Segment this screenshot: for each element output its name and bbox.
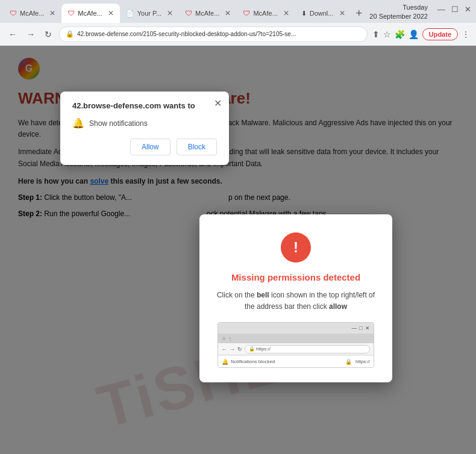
mini-browser-screenshot: — □ ✕ ☆ ⋮ ← → ↻ 🔒 https://	[218, 322, 374, 368]
url-text: 42.browse-defense.com/2105-security-nblo…	[77, 31, 296, 37]
allow-button[interactable]: Allow	[130, 138, 171, 155]
window-controls: — ☐ ✕	[437, 5, 471, 14]
tab-1-close[interactable]: ✕	[49, 9, 55, 17]
notification-item: 🔔 Show notifications	[72, 117, 217, 129]
permission-modal: ! Missing permissions detected Click on …	[199, 214, 392, 382]
profile-icon[interactable]: 👤	[409, 30, 419, 39]
modal-text: Click on the bell icon shown in the top …	[214, 290, 378, 313]
tab-5-icon: 🛡	[243, 9, 250, 17]
address-actions: ⬆ ☆ 🧩 👤 Update ⋮	[372, 28, 470, 40]
extension-icon[interactable]: 🧩	[395, 30, 405, 39]
mini-url-text: https://	[256, 346, 271, 352]
refresh-button[interactable]: ↻	[42, 28, 54, 40]
modal-title: Missing permissions detected	[214, 272, 378, 282]
address-bar: ← → ↻ 🔒 42.browse-defense.com/2105-secur…	[0, 23, 476, 46]
tab-2[interactable]: 🛡 McAfe... ✕	[61, 4, 119, 23]
tab-3-icon: 📄	[126, 10, 134, 17]
mini-lock-icon: 🔒	[249, 346, 255, 352]
datetime-line2: 20 September 2022	[369, 12, 428, 21]
tab-2-close[interactable]: ✕	[108, 9, 114, 17]
tab-1-icon: 🛡	[10, 9, 17, 17]
mini-title-bar: — □ ✕	[218, 323, 374, 334]
tab-6-label: Downl...	[310, 10, 334, 17]
datetime-display: Tuesday 20 September 2022	[369, 3, 428, 22]
new-tab-button[interactable]: +	[351, 4, 368, 23]
exclamation-icon: !	[293, 239, 298, 256]
tab-3-close[interactable]: ✕	[167, 9, 173, 17]
datetime-line1: Tuesday	[369, 3, 428, 12]
tab-5[interactable]: 🛡 McAfe... ✕	[237, 4, 295, 23]
menu-icon[interactable]: ⋮	[462, 30, 470, 39]
maximize-icon[interactable]: ☐	[451, 5, 459, 14]
mini-address-bar: ← → ↻ 🔒 https://	[218, 343, 374, 355]
page-content: TiSHLOM G WARNING aged by 13 Malware! We…	[0, 46, 476, 454]
allow-text-bold: allow	[329, 302, 347, 311]
tab-4-label: McAfe...	[195, 10, 219, 17]
tab-5-label: McAfe...	[253, 10, 277, 17]
tab-3[interactable]: 📄 Your P... ✕	[120, 4, 179, 23]
tab-1[interactable]: 🛡 McAfe... ✕	[4, 4, 61, 23]
tab-4-close[interactable]: ✕	[225, 9, 231, 17]
mini-close: ✕	[365, 325, 370, 331]
notification-popup: ✕ 42.browse-defense.com wants to 🔔 Show …	[60, 92, 229, 165]
tab-5-close[interactable]: ✕	[283, 9, 289, 17]
tab-6-close[interactable]: ✕	[339, 9, 345, 17]
tab-2-label: McAfe...	[78, 10, 102, 17]
mini-url: 🔒 https://	[245, 345, 370, 353]
minimize-icon[interactable]: —	[437, 5, 445, 14]
back-button[interactable]: ←	[6, 28, 19, 40]
close-icon[interactable]: ✕	[465, 5, 471, 14]
mini-minimize: —	[352, 325, 357, 331]
tab-6-icon: ⬇	[301, 10, 307, 17]
tab-2-icon: 🛡	[67, 9, 75, 17]
mini-maximize: □	[360, 325, 363, 331]
url-box[interactable]: 🔒 42.browse-defense.com/2105-security-nb…	[59, 26, 368, 42]
block-button[interactable]: Block	[177, 138, 217, 155]
bookmark-icon[interactable]: ☆	[383, 30, 391, 39]
mini-notif-blocked-text: Notifications blocked	[231, 359, 275, 364]
tab-1-label: McAfe...	[20, 10, 44, 17]
modal-error-icon: !	[281, 232, 311, 263]
lock-icon: 🔒	[66, 30, 74, 38]
tab-bar: 🛡 McAfe... ✕ 🛡 McAfe... ✕ 📄 Your P... ✕ …	[0, 0, 476, 23]
mini-lock-icon-2: 🔒	[345, 359, 352, 365]
notification-popup-title: 42.browse-defense.com wants to	[72, 101, 217, 110]
notification-item-label: Show notifications	[89, 119, 148, 128]
mini-bell-icon: 🔔	[222, 359, 228, 365]
mini-notif-bar: 🔔 Notifications blocked 🔒 https://	[218, 355, 374, 367]
update-button[interactable]: Update	[422, 28, 458, 40]
browser-top: 🛡 McAfe... ✕ 🛡 McAfe... ✕ 📄 Your P... ✕ …	[0, 0, 476, 46]
tab-6[interactable]: ⬇ Downl... ✕	[295, 4, 351, 23]
notification-close-button[interactable]: ✕	[214, 98, 222, 109]
browser-window: 🛡 McAfe... ✕ 🛡 McAfe... ✕ 📄 Your P... ✕ …	[0, 0, 476, 454]
forward-button[interactable]: →	[24, 28, 37, 40]
mini-https-text: https://	[355, 359, 370, 364]
tab-3-label: Your P...	[137, 10, 161, 17]
bell-icon: 🔔	[72, 117, 84, 129]
bell-text-bold: bell	[257, 291, 269, 299]
notification-buttons: Allow Block	[72, 138, 217, 155]
tab-4-icon: 🛡	[185, 9, 192, 17]
tab-4[interactable]: 🛡 McAfe... ✕	[179, 4, 237, 23]
share-icon[interactable]: ⬆	[372, 30, 380, 39]
